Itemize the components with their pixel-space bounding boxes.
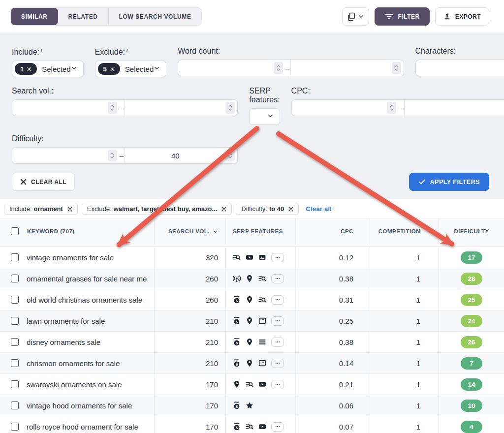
clear-all-button[interactable]: CLEAR ALL [12, 173, 75, 191]
video-icon [246, 253, 253, 261]
more-icon[interactable] [271, 359, 284, 368]
export-button[interactable]: EXPORT [435, 7, 489, 26]
apply-filters-button[interactable]: APPLY FILTERS [409, 173, 489, 191]
exclude-label: Exclude:i [95, 47, 167, 57]
difficulty-badge[interactable]: 4 [461, 421, 482, 433]
more-icon[interactable] [271, 316, 284, 326]
difficulty-badge[interactable]: 28 [461, 273, 482, 285]
remove-chip-icon[interactable] [221, 207, 226, 212]
serp-features-cell: $ [225, 416, 295, 433]
difficulty-badge[interactable]: 10 [461, 400, 482, 412]
difficulty-badge[interactable]: 26 [461, 336, 482, 348]
remove-chip-icon[interactable] [67, 207, 72, 212]
difficulty-badge[interactable]: 14 [461, 378, 482, 391]
row-checkbox[interactable] [11, 380, 19, 388]
clear-all-filters-link[interactable]: Clear all [306, 205, 332, 213]
search-vol-value: 170 [154, 416, 225, 433]
header-cpc[interactable]: CPC [295, 218, 370, 245]
exclude-count-chip[interactable]: 5 [98, 63, 120, 75]
cpc-min-input[interactable] [292, 100, 387, 116]
filter-chip[interactable]: Difficulty:to 40 [236, 203, 299, 215]
difficulty-badge[interactable]: 7 [461, 357, 482, 370]
more-icon[interactable] [271, 380, 284, 389]
list-search-icon [246, 380, 253, 388]
keyword-text[interactable]: disney ornaments sale [27, 338, 100, 346]
filter-chip[interactable]: Exclude:walmart, target, best buy, amazo… [82, 203, 232, 215]
remove-exclude-icon[interactable] [110, 65, 115, 73]
search-vol-min-input[interactable] [12, 100, 108, 116]
search-vol-value: 260 [154, 289, 225, 310]
chevron-down-icon [358, 13, 364, 20]
row-checkbox[interactable] [11, 296, 19, 304]
difficulty-min-input[interactable] [12, 148, 108, 163]
stepper-icon[interactable] [108, 102, 117, 114]
more-icon[interactable] [271, 295, 284, 305]
difficulty-badge[interactable]: 17 [461, 251, 482, 264]
table-row: chrismon ornaments for sale210$0.1417 [0, 353, 504, 374]
location-pin-icon [246, 359, 253, 367]
difficulty-badge[interactable]: 24 [461, 315, 482, 327]
copy-dropdown-button[interactable] [342, 7, 369, 26]
characters-min-input[interactable] [416, 60, 504, 76]
keyword-text[interactable]: vintage ornaments for sale [27, 253, 114, 262]
exclude-filter: Exclude:i 5 Selected [95, 47, 167, 77]
row-checkbox[interactable] [11, 317, 19, 325]
search-vol-value: 260 [154, 268, 225, 289]
row-checkbox[interactable] [11, 338, 19, 346]
close-icon [20, 179, 27, 185]
select-all-checkbox[interactable] [11, 227, 19, 235]
stepper-icon[interactable] [392, 62, 401, 74]
stepper-icon[interactable] [387, 102, 396, 114]
top-toolbar: SIMILAR RELATED LOW SEARCH VOLUME FILTER… [0, 0, 504, 32]
keyword-text[interactable]: lawn ornaments for sale [27, 317, 105, 325]
keyword-text[interactable]: chrismon ornaments for sale [27, 359, 120, 368]
word-count-max-input[interactable] [291, 60, 391, 76]
more-icon[interactable] [271, 422, 284, 432]
search-vol-max-input[interactable] [125, 100, 225, 116]
header-difficulty[interactable]: DIFFICULTY [439, 218, 504, 245]
cpc-value: 0.21 [295, 374, 370, 395]
more-icon[interactable] [271, 274, 284, 283]
shopping-ads-icon: $ [233, 296, 241, 304]
keyword-text[interactable]: rolls royce hood ornament for sale [27, 423, 138, 431]
row-checkbox[interactable] [11, 423, 19, 431]
difficulty-badge[interactable]: 25 [461, 294, 482, 306]
include-count-chip[interactable]: 1 [15, 63, 37, 75]
row-checkbox[interactable] [11, 275, 19, 282]
competition-value: 1 [370, 310, 439, 331]
competition-value: 1 [370, 353, 439, 373]
word-count-min-input[interactable] [178, 60, 274, 76]
cpc-max-input[interactable] [405, 100, 504, 116]
filter-chip[interactable]: Include:ornament [4, 203, 78, 215]
stepper-icon[interactable] [225, 150, 235, 161]
stepper-icon[interactable] [225, 102, 235, 114]
serp-features-select[interactable] [249, 108, 280, 125]
row-checkbox[interactable] [11, 402, 19, 409]
row-checkbox[interactable] [11, 253, 19, 261]
header-search-vol[interactable]: SEARCH VOL. [154, 218, 225, 245]
remove-chip-icon[interactable] [288, 207, 293, 212]
stepper-icon[interactable] [274, 62, 283, 74]
keyword-text[interactable]: ornamental grasses for sale near me [27, 275, 147, 283]
exclude-select[interactable]: 5 Selected [95, 61, 167, 77]
keyword-text[interactable]: swarovski ornaments on sale [27, 380, 122, 389]
svg-text:$: $ [235, 362, 238, 367]
more-icon[interactable] [271, 253, 284, 262]
row-checkbox[interactable] [11, 359, 19, 367]
tab-low-search-volume[interactable]: LOW SEARCH VOLUME [108, 8, 202, 25]
filter-button[interactable]: FILTER [375, 7, 430, 26]
tab-related[interactable]: RELATED [58, 8, 108, 25]
keyword-text[interactable]: vintage hood ornaments for sale [27, 402, 132, 410]
difficulty-label: Difficulty: [12, 134, 238, 143]
characters-label: Characters: [415, 47, 504, 56]
serp-features-label: SERP features: [249, 87, 280, 104]
header-competition[interactable]: COMPETITION [370, 218, 439, 245]
tab-similar[interactable]: SIMILAR [11, 8, 58, 25]
keyword-text[interactable]: old world christmas ornaments sale [27, 296, 142, 304]
include-select[interactable]: 1 Selected [12, 61, 84, 77]
more-icon[interactable] [271, 338, 284, 347]
remove-include-icon[interactable] [27, 65, 32, 73]
stepper-icon[interactable] [108, 150, 117, 161]
difficulty-max-input[interactable] [125, 148, 225, 163]
video-icon [258, 380, 266, 388]
